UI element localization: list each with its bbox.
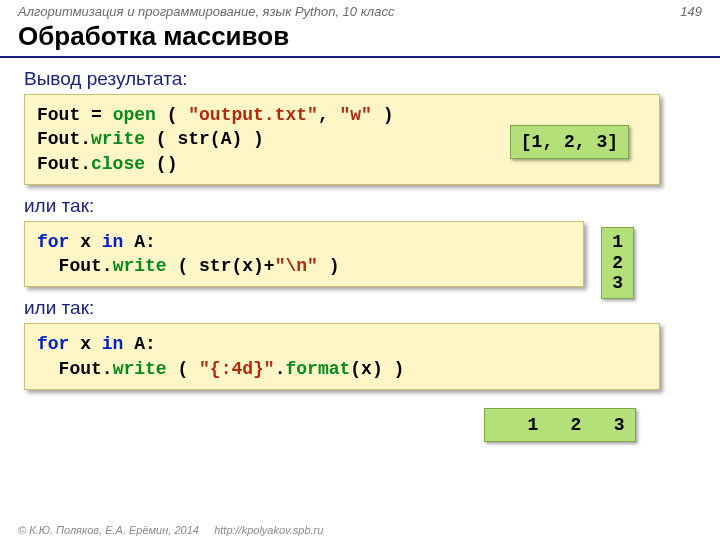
- output-badge-3: 1 2 3: [484, 408, 636, 442]
- section-heading-3: или так:: [24, 297, 702, 319]
- section-heading-1: Вывод результата:: [24, 68, 702, 90]
- output-badge-2: 1 2 3: [601, 227, 634, 299]
- page-number: 149: [680, 4, 702, 19]
- footer: © К.Ю. Поляков, Е.А. Ерёмин, 2014 http:/…: [18, 524, 323, 536]
- section-heading-2: или так:: [24, 195, 702, 217]
- content: Вывод результата: Fout = open ( "output.…: [0, 58, 720, 442]
- output-badge-1: [1, 2, 3]: [510, 125, 629, 159]
- course-title: Алгоритмизация и программирование, язык …: [18, 4, 394, 19]
- page-title: Обработка массивов: [0, 19, 720, 58]
- footer-url: http://kpolyakov.spb.ru: [214, 524, 323, 536]
- code-block-1: Fout = open ( "output.txt", "w" ) Fout.w…: [24, 94, 660, 185]
- copyright: © К.Ю. Поляков, Е.А. Ерёмин, 2014: [18, 524, 199, 536]
- code-block-3: for x in A: Fout.write ( "{:4d}".format(…: [24, 323, 660, 390]
- code-block-2: for x in A: Fout.write ( str(x)+"\n" ): [24, 221, 584, 288]
- slide-header: Алгоритмизация и программирование, язык …: [0, 0, 720, 19]
